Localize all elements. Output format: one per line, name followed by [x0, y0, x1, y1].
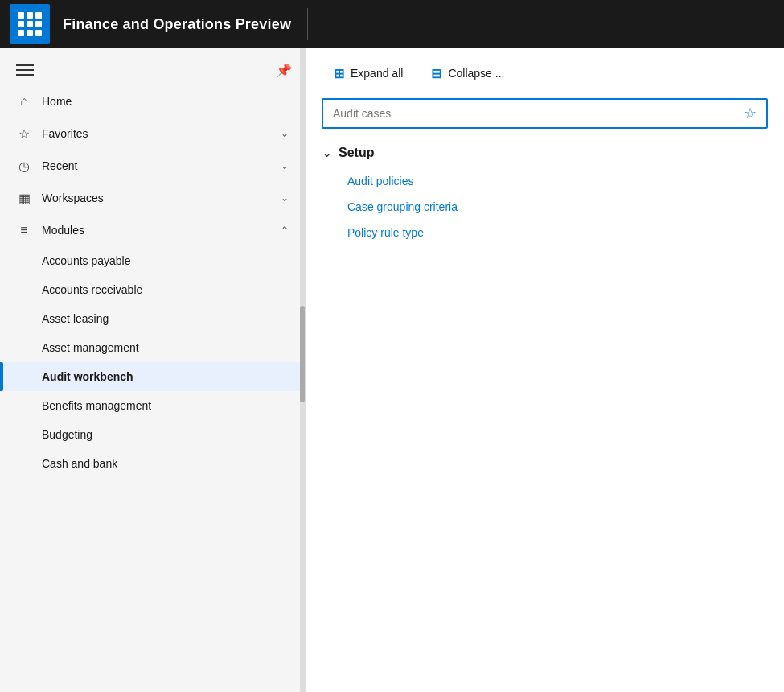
sidebar-header: 📌 [0, 48, 305, 85]
content-area: ⊞ Expand all ⊟ Collapse ... ☆ ⌄ Setup Au… [306, 48, 784, 692]
sidebar-item-budgeting[interactable]: Budgeting [0, 420, 305, 449]
chevron-down-icon[interactable]: ⌄ [322, 145, 332, 160]
sidebar-item-label: Favorites [42, 127, 271, 140]
setup-section-items: Audit policies Case grouping criteria Po… [322, 170, 768, 244]
sidebar-item-accounts-receivable[interactable]: Accounts receivable [0, 275, 305, 304]
hamburger-icon[interactable] [13, 61, 37, 79]
list-icon: ≡ [16, 222, 32, 238]
chevron-down-icon: ⌄ [281, 192, 289, 204]
sidebar-item-asset-management[interactable]: Asset management [0, 333, 305, 362]
apps-icon[interactable] [10, 4, 50, 44]
sidebar-item-label: Recent [42, 159, 271, 172]
collapse-icon: ⊟ [429, 66, 443, 80]
star-icon: ☆ [16, 126, 32, 142]
chevron-down-icon: ⌄ [281, 128, 289, 139]
policy-rule-type-link[interactable]: Policy rule type [344, 221, 768, 244]
topbar: Finance and Operations Preview [0, 0, 784, 48]
topbar-divider [307, 8, 308, 40]
expand-all-label: Expand all [351, 67, 403, 80]
setup-section-title: Setup [339, 146, 374, 160]
module-label: Accounts payable [42, 254, 131, 267]
sidebar-item-label: Modules [42, 224, 271, 237]
module-label: Budgeting [42, 428, 92, 441]
modules-list: Accounts payable Accounts receivable Ass… [0, 246, 305, 478]
sidebar-scrollbar-thumb[interactable] [300, 306, 305, 402]
module-label: Accounts receivable [42, 283, 142, 296]
home-icon: ⌂ [16, 93, 32, 109]
sidebar-item-label: Home [42, 95, 289, 108]
sidebar-nav: ⌂ Home ☆ Favorites ⌄ ◷ Recent ⌄ ▦ Worksp… [0, 85, 305, 692]
sidebar-item-cash-and-bank[interactable]: Cash and bank [0, 449, 305, 478]
sidebar-item-workspaces[interactable]: ▦ Workspaces ⌄ [0, 182, 305, 214]
clock-icon: ◷ [16, 158, 32, 174]
search-bar: ☆ [322, 98, 768, 129]
sidebar-item-modules[interactable]: ≡ Modules ⌃ [0, 214, 305, 246]
sidebar: 📌 ⌂ Home ☆ Favorites ⌄ ◷ Recent ⌄ ▦ [0, 48, 306, 692]
audit-policies-link[interactable]: Audit policies [344, 170, 768, 192]
sidebar-item-asset-leasing[interactable]: Asset leasing [0, 304, 305, 333]
sidebar-scrollbar[interactable] [300, 48, 305, 692]
sidebar-item-benefits-management[interactable]: Benefits management [0, 391, 305, 420]
module-label: Benefits management [42, 399, 151, 412]
setup-section-header: ⌄ Setup [322, 145, 768, 160]
chevron-up-icon: ⌃ [281, 224, 289, 236]
collapse-label: Collapse ... [448, 67, 504, 80]
app-title: Finance and Operations Preview [63, 16, 291, 33]
module-label: Asset management [42, 341, 139, 354]
module-label: Audit workbench [42, 370, 133, 383]
sidebar-item-label: Workspaces [42, 192, 271, 204]
pin-icon[interactable]: 📌 [276, 63, 292, 78]
chevron-down-icon: ⌄ [281, 160, 289, 171]
expand-all-button[interactable]: ⊞ Expand all [322, 61, 413, 85]
sidebar-item-recent[interactable]: ◷ Recent ⌄ [0, 150, 305, 182]
expand-icon: ⊞ [331, 66, 346, 80]
grid-icon: ▦ [16, 190, 32, 206]
module-label: Cash and bank [42, 457, 117, 470]
sidebar-item-home[interactable]: ⌂ Home [0, 85, 305, 117]
sidebar-item-favorites[interactable]: ☆ Favorites ⌄ [0, 117, 305, 150]
case-grouping-criteria-link[interactable]: Case grouping criteria [344, 196, 768, 218]
sidebar-item-audit-workbench[interactable]: Audit workbench [0, 362, 305, 391]
search-input[interactable] [333, 107, 737, 120]
star-outline-icon[interactable]: ☆ [744, 105, 757, 122]
main-layout: 📌 ⌂ Home ☆ Favorites ⌄ ◷ Recent ⌄ ▦ [0, 48, 784, 692]
module-label: Asset leasing [42, 312, 109, 325]
sidebar-item-accounts-payable[interactable]: Accounts payable [0, 246, 305, 275]
collapse-button[interactable]: ⊟ Collapse ... [419, 61, 514, 85]
toolbar: ⊞ Expand all ⊟ Collapse ... [322, 61, 768, 85]
